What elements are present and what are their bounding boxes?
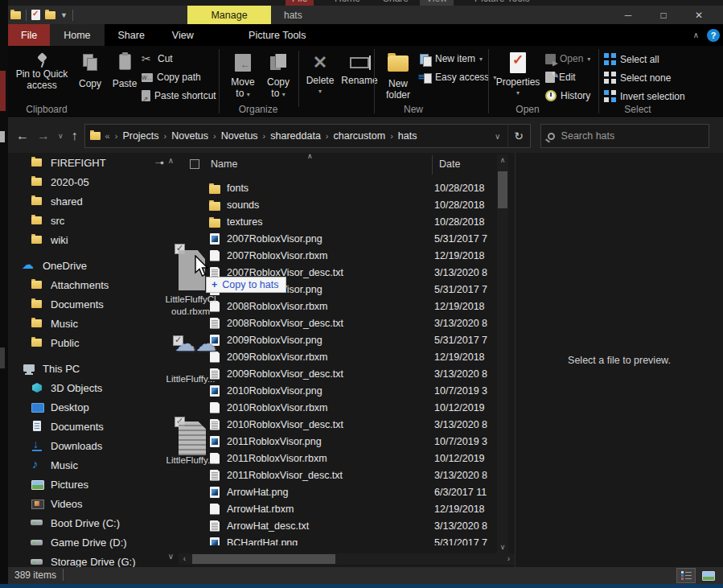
file-row[interactable]: 2010RobloxVisor_desc.txt 3/13/2020 8 bbox=[179, 416, 497, 433]
horizontal-scrollbar[interactable]: ‹ › bbox=[179, 553, 515, 565]
sidebar-item[interactable]: 3D Objects 📍︎ bbox=[8, 378, 175, 397]
scroll-down-icon[interactable]: ∨ bbox=[497, 541, 508, 553]
scroll-right-icon[interactable]: › bbox=[503, 553, 515, 565]
qat-new-folder-icon[interactable] bbox=[45, 11, 55, 19]
sidebar-item[interactable]: Downloads 📍︎ bbox=[8, 436, 175, 455]
sidebar-item[interactable]: Storage Drive (G:) 📍︎ bbox=[8, 552, 175, 567]
cut-button[interactable]: ✂ Cut bbox=[142, 53, 173, 64]
file-row[interactable]: ArrowHat_desc.txt 3/13/2020 8 bbox=[179, 517, 497, 534]
file-row[interactable]: 2010RobloxVisor.png 10/7/2019 3 bbox=[179, 382, 497, 399]
invert-selection-button[interactable]: Invert selection bbox=[604, 90, 685, 102]
ribbon-tab[interactable]: View bbox=[158, 24, 207, 46]
select-all-button[interactable]: Select all bbox=[604, 53, 659, 65]
copy-path-button[interactable]: W... Copy path bbox=[142, 72, 201, 83]
select-all-checkbox[interactable] bbox=[190, 159, 199, 169]
ribbon-tab[interactable]: Home bbox=[50, 24, 104, 46]
scroll-up-icon[interactable]: ∧ bbox=[497, 154, 508, 167]
file-row[interactable]: 2007RobloxVisor.png 5/31/2017 7 bbox=[179, 230, 497, 247]
properties-button[interactable]: Properties ▾ bbox=[494, 52, 542, 99]
file-row[interactable]: 2011RobloxVisor.png 10/7/2019 3 bbox=[179, 433, 497, 450]
address-dropdown-caret-icon[interactable]: ∨ bbox=[488, 132, 507, 141]
sidebar-item[interactable]: Attachments 📍︎ bbox=[8, 275, 175, 294]
ribbon-tab[interactable]: Share bbox=[105, 24, 158, 46]
sidebar-item[interactable]: FIREFIGHT 📍︎ bbox=[8, 153, 175, 172]
file-row[interactable]: 2007RobloxVisor.rbxm 12/19/2018 bbox=[179, 247, 497, 264]
column-divider[interactable] bbox=[432, 155, 433, 175]
sidebar-item[interactable]: Documents 📍︎ bbox=[8, 417, 175, 436]
file-row[interactable]: BCHardHat.png 5/31/2017 7 bbox=[179, 534, 497, 545]
file-row[interactable]: 2011RobloxVisor_desc.txt 3/13/2020 8 bbox=[179, 467, 497, 483]
breadcrumb[interactable]: « › Projects › Novetus bbox=[84, 124, 531, 148]
file-row[interactable]: ArrowHat.png 6/3/2017 11 bbox=[179, 483, 497, 500]
refresh-icon[interactable]: ↻ bbox=[507, 125, 530, 147]
sidebar-item[interactable]: 2020-05 📍︎ bbox=[8, 172, 175, 191]
ribbon-tab[interactable]: Picture Tools bbox=[236, 24, 319, 46]
file-row[interactable]: 2008RobloxVisor_desc.txt 3/13/2020 8 bbox=[179, 315, 497, 331]
sidebar-item[interactable]: Music 📍︎ bbox=[8, 314, 175, 333]
qat-folder-icon[interactable] bbox=[10, 11, 21, 19]
scroll-left-icon[interactable]: ‹ bbox=[179, 553, 191, 565]
sidebar-item[interactable]: shared 📍︎ bbox=[8, 191, 175, 211]
file-row[interactable]: textures 10/28/2018 bbox=[179, 213, 497, 230]
sidebar-scroll-up-icon[interactable]: ∧ bbox=[168, 156, 174, 165]
delete-button[interactable]: ✕ Delete ▾ bbox=[302, 54, 339, 97]
copy-button[interactable]: Copy bbox=[74, 54, 106, 89]
copy-to-button[interactable]: Copy to ▾ bbox=[261, 54, 295, 101]
paste-shortcut-button[interactable]: Paste shortcut bbox=[142, 90, 216, 101]
select-none-button[interactable]: Select none bbox=[604, 72, 671, 84]
sidebar-item[interactable]: Game Drive (D:) 📍︎ bbox=[8, 532, 175, 552]
new-item-button[interactable]: New item ▾ bbox=[420, 53, 483, 64]
back-icon[interactable]: ← bbox=[16, 129, 29, 143]
sidebar-item[interactable]: Videos 📍︎ bbox=[8, 494, 175, 513]
recent-locations-caret-icon[interactable]: ∨ bbox=[58, 132, 64, 140]
file-row[interactable]: 2007RobloxVisor_desc.txt 3/13/2020 8 bbox=[179, 264, 497, 281]
details-view-button[interactable] bbox=[676, 568, 696, 583]
breadcrumb-item[interactable]: Novetus bbox=[221, 130, 258, 142]
open-button[interactable]: Open ▾ bbox=[545, 53, 590, 64]
file-row[interactable]: sounds 10/28/2018 bbox=[179, 196, 497, 213]
forward-icon[interactable]: → bbox=[37, 129, 50, 143]
sidebar-item[interactable]: Public 📍︎ bbox=[8, 333, 175, 352]
file-row[interactable]: 2009RobloxVisor.rbxm 12/19/2018 bbox=[179, 348, 497, 365]
vertical-scrollbar[interactable]: ∧ ∨ bbox=[497, 154, 508, 553]
column-header-date[interactable]: Date bbox=[439, 158, 460, 170]
sidebar-scroll-down-icon[interactable]: ∨ bbox=[168, 552, 174, 561]
minimize-button[interactable]: ─ bbox=[610, 6, 646, 24]
file-row[interactable]: fonts 10/28/2018 bbox=[179, 179, 497, 196]
sidebar-item[interactable]: Documents 📍︎ bbox=[8, 294, 175, 314]
file-row[interactable]: 2009RobloxVisor_desc.txt 3/13/2020 8 bbox=[179, 365, 497, 382]
file-row[interactable]: 2011RobloxVisor.rbxm 10/12/2019 bbox=[179, 450, 497, 467]
up-icon[interactable]: ↑ bbox=[72, 129, 78, 143]
thumbnails-view-button[interactable] bbox=[699, 568, 718, 583]
tab-manage[interactable]: Manage bbox=[187, 6, 271, 24]
close-button[interactable]: ✕ bbox=[681, 6, 717, 24]
sidebar-item[interactable]: src 📍︎ bbox=[8, 211, 175, 230]
file-row[interactable]: 2009RobloxVisor.png 5/31/2017 7 bbox=[179, 331, 497, 348]
search-input[interactable]: Search hats bbox=[540, 124, 709, 148]
breadcrumb-item[interactable]: Projects bbox=[122, 130, 158, 142]
breadcrumb-item[interactable]: shareddata bbox=[270, 130, 321, 142]
easy-access-button[interactable]: Easy access ▾ bbox=[420, 72, 496, 83]
ribbon-tab[interactable]: File bbox=[8, 24, 50, 46]
move-to-button[interactable]: Move to ▾ bbox=[226, 54, 260, 101]
column-header-name[interactable]: Name bbox=[211, 158, 237, 170]
sidebar-item[interactable]: This PC 📍︎ bbox=[8, 359, 175, 378]
breadcrumb-item[interactable]: charcustom bbox=[334, 130, 386, 142]
sidebar-item[interactable]: OneDrive 📍︎ bbox=[8, 256, 175, 275]
paste-button[interactable]: Paste bbox=[108, 54, 142, 89]
qat-properties-icon[interactable] bbox=[31, 10, 40, 20]
file-row[interactable]: 2008RobloxVisor.png 5/31/2017 7 bbox=[179, 281, 497, 298]
scrollbar-thumb[interactable] bbox=[192, 554, 335, 564]
breadcrumb-item[interactable]: hats bbox=[398, 130, 417, 142]
sidebar-item[interactable]: Boot Drive (C:) 📍︎ bbox=[8, 513, 175, 532]
edit-button[interactable]: Edit bbox=[545, 72, 576, 83]
pin-to-quick-access-button[interactable]: Pin to Quick access bbox=[14, 52, 69, 91]
qat-customize-caret-icon[interactable]: ▼ bbox=[60, 11, 68, 19]
file-row[interactable]: 2008RobloxVisor.rbxm 12/19/2018 bbox=[179, 298, 497, 315]
scrollbar-thumb[interactable] bbox=[498, 171, 507, 208]
history-button[interactable]: History bbox=[545, 90, 590, 101]
sidebar-item[interactable]: Music 📍︎ bbox=[8, 455, 175, 475]
collapse-ribbon-icon[interactable]: ∧ bbox=[693, 31, 699, 39]
maximize-button[interactable]: □ bbox=[646, 6, 681, 24]
sidebar-item[interactable]: Pictures 📍︎ bbox=[8, 475, 175, 494]
